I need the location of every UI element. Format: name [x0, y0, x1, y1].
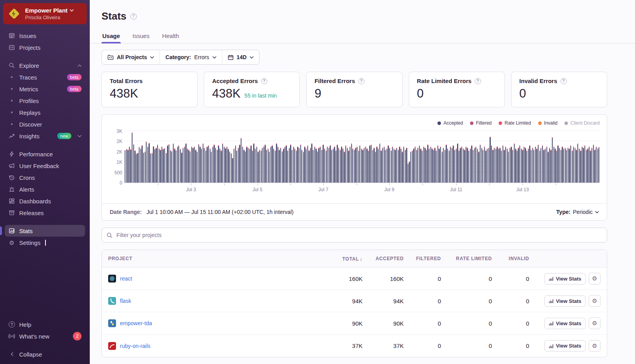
help-icon[interactable]: ? [561, 78, 567, 84]
sidebar-item-what-s-new[interactable]: What's new2 [5, 330, 85, 342]
sidebar-item-replays[interactable]: •Replays [5, 107, 85, 118]
active-accent-bar [0, 226, 2, 235]
project-link[interactable]: flask [120, 298, 131, 304]
project-link[interactable]: empower-tda [120, 320, 152, 326]
view-stats-button[interactable]: View Stats [544, 295, 586, 307]
bar [447, 148, 448, 183]
legend-item-invalid[interactable]: Invalid [538, 120, 558, 126]
legend-item-rate-limited[interactable]: Rate Limited [499, 120, 531, 126]
help-icon[interactable]: ? [475, 78, 481, 84]
bar [512, 150, 513, 183]
chart-type-dropdown[interactable]: Type: Periodic [556, 209, 599, 215]
column-header-project[interactable]: PROJECT [102, 256, 319, 261]
project-settings-button[interactable]: ⚙ [589, 273, 601, 284]
tab-health[interactable]: Health [161, 29, 180, 43]
sidebar-item-stats[interactable]: Stats [5, 225, 85, 237]
invalid-value: 0 [495, 275, 532, 282]
stat-card-invalid-errors: Invalid Errors?0 [511, 72, 607, 107]
bar [273, 148, 274, 183]
sidebar-item-discover[interactable]: •Discover [5, 118, 85, 130]
sidebar-item-crons[interactable]: Crons [5, 172, 85, 183]
sidebar-item-metrics[interactable]: •Metricsbeta [5, 83, 85, 95]
bar [299, 148, 299, 183]
org-switcher[interactable]: Empower Plant Priscila Oliveira [3, 3, 87, 24]
bar [485, 150, 486, 183]
project-cell: empower-tda [102, 319, 319, 327]
bar [285, 147, 285, 183]
view-stats-label: View Stats [556, 298, 581, 304]
bar [190, 151, 190, 183]
bar [345, 145, 346, 183]
help-icon[interactable]: ? [358, 78, 365, 84]
bar [248, 148, 249, 183]
project-settings-button[interactable]: ⚙ [589, 317, 601, 329]
insights-icon [8, 132, 15, 139]
sidebar-item-explore[interactable]: Explore [5, 60, 85, 71]
project-settings-button[interactable]: ⚙ [589, 295, 601, 307]
sidebar-item-dashboards[interactable]: Dashboards [5, 195, 85, 207]
bar [436, 150, 437, 183]
view-stats-button[interactable]: View Stats [544, 273, 586, 284]
stat-card-rate-limited-errors: Rate Limited Errors?0 [409, 72, 505, 107]
bar [292, 150, 292, 183]
sidebar-item-insights[interactable]: Insightsnew [5, 130, 85, 142]
bar [561, 150, 561, 183]
sidebar-item-profiles[interactable]: •Profiles [5, 95, 85, 107]
sidebar-item-releases[interactable]: Releases [5, 207, 85, 219]
bar [425, 148, 425, 183]
bar [185, 143, 186, 183]
bar [152, 153, 152, 183]
project-link[interactable]: react [120, 275, 132, 282]
bar [399, 147, 400, 183]
tab-issues[interactable]: Issues [132, 29, 150, 43]
bar [354, 150, 355, 183]
sidebar-item-issues[interactable]: Issues [5, 30, 85, 42]
column-header-total[interactable]: TOTAL↓ [319, 256, 366, 262]
project-filter-dropdown[interactable]: All Projects [102, 50, 160, 64]
sidebar-collapse-button[interactable]: Collapse [5, 348, 85, 360]
column-header-rate-limited[interactable]: RATE LIMITED [444, 256, 495, 261]
tab-usage[interactable]: Usage [102, 29, 121, 43]
column-header-accepted[interactable]: ACCEPTED [366, 256, 407, 261]
search-input[interactable] [116, 232, 602, 238]
sidebar-item-traces[interactable]: •Tracesbeta [5, 71, 85, 83]
bar [203, 143, 203, 183]
column-header-invalid[interactable]: INVALID [495, 256, 532, 261]
sidebar-item-label: Traces [19, 74, 37, 81]
bar [566, 150, 567, 183]
page-help-icon[interactable]: ? [131, 13, 137, 20]
legend-item-filtered[interactable]: Filtered [470, 120, 492, 126]
beta-badge: beta [67, 74, 82, 80]
total-value: 94K [319, 298, 366, 304]
sidebar-item-performance[interactable]: Performance [5, 148, 85, 160]
bar [415, 147, 415, 183]
bar [161, 147, 162, 183]
sidebar-item-projects[interactable]: Projects [5, 42, 85, 53]
bar [133, 144, 134, 183]
legend-item-client-discard[interactable]: Client Discard [564, 120, 600, 126]
bar [177, 147, 178, 183]
date-range-value: Jul 1 10:00 AM — Jul 15 11:00 AM (+02:00… [147, 209, 294, 215]
sidebar-item-help[interactable]: ?Help [5, 319, 85, 330]
sidebar-item-settings[interactable]: ⚙Settings [5, 237, 85, 248]
view-stats-button[interactable]: View Stats [544, 318, 586, 329]
category-filter-dropdown[interactable]: Category: Errors [160, 50, 221, 64]
sidebar-item-alerts[interactable]: Alerts [5, 183, 85, 195]
legend-item-accepted[interactable]: Accepted [437, 120, 463, 126]
view-stats-button[interactable]: View Stats [544, 340, 586, 351]
project-link[interactable]: ruby-on-rails [120, 343, 151, 349]
bar [279, 150, 279, 183]
bar [423, 147, 424, 183]
broadcast-icon [8, 333, 15, 340]
bar [364, 148, 365, 183]
bar [514, 143, 515, 183]
sidebar-item-user-feedback[interactable]: User Feedback [5, 160, 85, 172]
date-range-dropdown[interactable]: 14D [222, 50, 259, 64]
flask-logo [108, 297, 116, 305]
bar [522, 150, 523, 183]
help-icon[interactable]: ? [261, 78, 267, 84]
bar [579, 148, 580, 183]
bar [241, 138, 241, 183]
project-settings-button[interactable]: ⚙ [589, 340, 601, 352]
column-header-filtered[interactable]: FILTERED [407, 256, 444, 261]
